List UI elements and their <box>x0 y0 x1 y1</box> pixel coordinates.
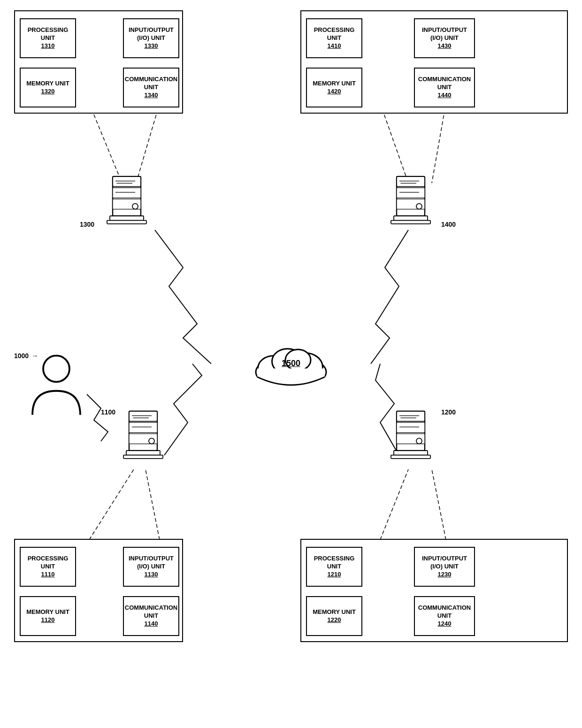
svg-rect-73 <box>394 451 428 455</box>
memory-unit-1120-name: MEMORY UNIT <box>26 608 69 616</box>
svg-point-52 <box>416 204 422 209</box>
processing-unit-1110: PROCESSING UNIT 1110 <box>20 547 76 587</box>
processing-unit-1410-id: 1410 <box>328 42 341 50</box>
memory-unit-1120: MEMORY UNIT 1120 <box>20 596 76 636</box>
memory-unit-1220: MEMORY UNIT 1220 <box>306 596 362 636</box>
processing-unit-1310-id: 1310 <box>41 42 55 50</box>
svg-rect-37 <box>113 176 141 187</box>
io-unit-1130-id: 1130 <box>145 571 158 579</box>
svg-point-82 <box>43 356 69 382</box>
memory-unit-1220-id: 1220 <box>328 616 341 624</box>
svg-rect-54 <box>391 221 430 224</box>
svg-line-32 <box>89 469 134 540</box>
svg-rect-38 <box>113 188 141 198</box>
server-1400 <box>387 174 439 235</box>
svg-rect-43 <box>110 216 144 221</box>
svg-point-42 <box>132 204 138 209</box>
svg-rect-63 <box>126 451 160 455</box>
comm-unit-1240: COMMUNICATION UNIT 1240 <box>414 596 475 636</box>
svg-line-34 <box>380 469 408 540</box>
server-1100 <box>120 408 171 469</box>
comm-unit-1340: COMMUNICATION UNIT 1340 <box>123 68 179 107</box>
svg-rect-53 <box>394 216 428 221</box>
svg-rect-68 <box>397 422 425 433</box>
processing-unit-1410-name: PROCESSING UNIT <box>310 26 359 42</box>
svg-rect-48 <box>397 188 425 198</box>
svg-point-62 <box>149 438 154 444</box>
comm-unit-1140-name: COMMUNICATION UNIT <box>125 604 177 620</box>
memory-unit-1420-id: 1420 <box>328 88 341 96</box>
system-box-1300: PROCESSING UNIT 1310 INPUT/OUTPUT (I/O) … <box>14 10 183 114</box>
memory-unit-1420: MEMORY UNIT 1420 <box>306 68 362 107</box>
memory-unit-1420-name: MEMORY UNIT <box>313 80 356 88</box>
svg-rect-67 <box>397 411 425 421</box>
svg-line-29 <box>136 103 160 183</box>
svg-point-72 <box>416 438 422 444</box>
comm-unit-1340-name: COMMUNICATION UNIT <box>125 76 177 92</box>
io-unit-1430-name: INPUT/OUTPUT (I/O) UNIT <box>418 26 471 42</box>
server-1400-label: 1400 <box>441 221 456 228</box>
processing-unit-1110-id: 1110 <box>41 571 55 579</box>
svg-rect-74 <box>391 455 430 459</box>
svg-rect-64 <box>123 455 163 459</box>
processing-unit-1210-name: PROCESSING UNIT <box>310 555 359 571</box>
system-box-1100: PROCESSING UNIT 1110 INPUT/OUTPUT (I/O) … <box>14 539 183 642</box>
svg-line-30 <box>380 103 408 183</box>
processing-unit-1310: PROCESSING UNIT 1310 <box>20 18 76 58</box>
cloud-1500: 1500 <box>249 333 333 390</box>
diagram: PROCESSING UNIT 1310 INPUT/OUTPUT (I/O) … <box>0 0 582 728</box>
comm-unit-1440: COMMUNICATION UNIT 1440 <box>414 68 475 107</box>
server-1200-label: 1200 <box>441 408 456 416</box>
svg-rect-44 <box>107 221 146 224</box>
io-unit-1230: INPUT/OUTPUT (I/O) UNIT 1230 <box>414 547 475 587</box>
svg-line-31 <box>432 103 446 183</box>
comm-unit-1240-name: COMMUNICATION UNIT <box>418 604 471 620</box>
io-unit-1430: INPUT/OUTPUT (I/O) UNIT 1430 <box>414 18 475 58</box>
server-1300-label: 1300 <box>80 221 94 228</box>
io-unit-1130: INPUT/OUTPUT (I/O) UNIT 1130 <box>123 547 179 587</box>
svg-rect-47 <box>397 176 425 187</box>
svg-line-33 <box>146 469 160 540</box>
svg-line-28 <box>89 103 122 183</box>
comm-unit-1140: COMMUNICATION UNIT 1140 <box>123 596 179 636</box>
cloud-1500-label: 1500 <box>282 359 300 368</box>
comm-unit-1340-id: 1340 <box>145 92 158 100</box>
processing-unit-1310-name: PROCESSING UNIT <box>23 26 72 42</box>
io-unit-1330-id: 1330 <box>145 42 158 50</box>
server-1300 <box>103 174 155 235</box>
io-unit-1230-name: INPUT/OUTPUT (I/O) UNIT <box>418 555 471 571</box>
memory-unit-1220-name: MEMORY UNIT <box>313 608 356 616</box>
memory-unit-1320-name: MEMORY UNIT <box>26 80 69 88</box>
comm-unit-1240-id: 1240 <box>438 620 452 628</box>
svg-rect-57 <box>129 411 157 421</box>
processing-unit-1410: PROCESSING UNIT 1410 <box>306 18 362 58</box>
memory-unit-1120-id: 1120 <box>41 616 55 624</box>
svg-line-35 <box>432 469 446 540</box>
user-icon <box>26 352 87 418</box>
processing-unit-1110-name: PROCESSING UNIT <box>23 555 72 571</box>
server-1100-label: 1100 <box>101 408 115 416</box>
processing-unit-1210: PROCESSING UNIT 1210 <box>306 547 362 587</box>
io-unit-1430-id: 1430 <box>438 42 452 50</box>
server-1200 <box>387 408 439 469</box>
system-box-1200: PROCESSING UNIT 1210 INPUT/OUTPUT (I/O) … <box>300 539 568 642</box>
comm-unit-1140-id: 1140 <box>145 620 158 628</box>
comm-unit-1440-name: COMMUNICATION UNIT <box>418 76 471 92</box>
io-unit-1130-name: INPUT/OUTPUT (I/O) UNIT <box>127 555 176 571</box>
io-unit-1330-name: INPUT/OUTPUT (I/O) UNIT <box>127 26 176 42</box>
system-box-1400: PROCESSING UNIT 1410 INPUT/OUTPUT (I/O) … <box>300 10 568 114</box>
memory-unit-1320: MEMORY UNIT 1320 <box>20 68 76 107</box>
system-1000-label: 1000 → <box>14 352 38 360</box>
memory-unit-1320-id: 1320 <box>41 88 55 96</box>
io-unit-1230-id: 1230 <box>438 571 452 579</box>
io-unit-1330: INPUT/OUTPUT (I/O) UNIT 1330 <box>123 18 179 58</box>
svg-rect-58 <box>129 422 157 433</box>
processing-unit-1210-id: 1210 <box>328 571 341 579</box>
comm-unit-1440-id: 1440 <box>438 92 452 100</box>
